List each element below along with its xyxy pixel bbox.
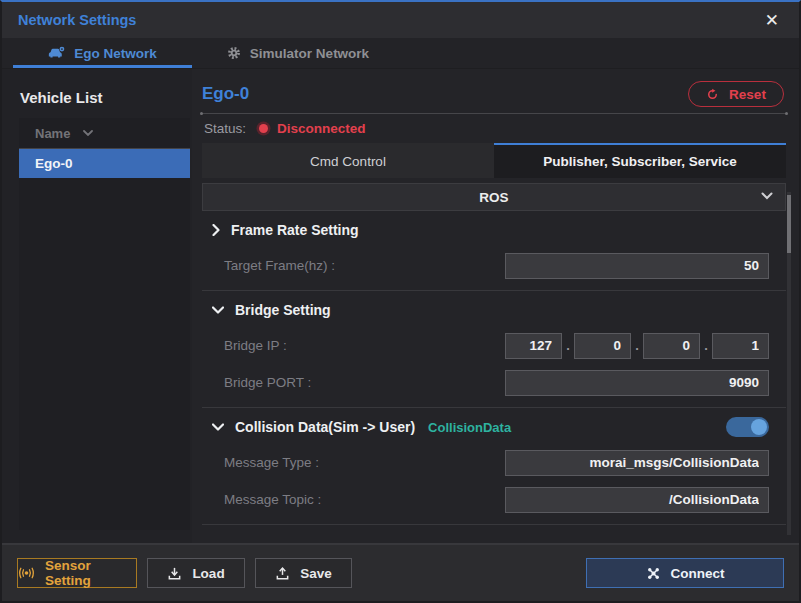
bridge-ip-octet-3[interactable] <box>643 333 700 359</box>
tab-publisher-subscriber-service[interactable]: Publisher, Subscriber, Service <box>494 143 786 178</box>
selected-vehicle-title: Ego-0 <box>202 84 249 104</box>
vertical-scrollbar[interactable] <box>787 192 791 535</box>
connect-button-label: Connect <box>671 566 725 581</box>
status-label: Status: <box>204 121 246 136</box>
message-topic-label: Message Topic : <box>224 492 321 507</box>
target-frame-label: Target Frame(hz) : <box>224 258 335 273</box>
bridge-ip-octet-1[interactable] <box>505 333 562 359</box>
load-button[interactable]: Load <box>147 558 245 588</box>
panel-header: Ego-0 Reset <box>202 69 786 113</box>
section-title: Frame Rate Setting <box>231 222 359 238</box>
tab-pss-label: Publisher, Subscriber, Service <box>543 154 737 169</box>
bridge-port-row: Bridge PORT : <box>202 364 786 401</box>
bridge-port-input[interactable] <box>505 370 769 396</box>
message-type-input[interactable] <box>505 450 769 476</box>
bridge-ip-octet-2[interactable] <box>574 333 631 359</box>
section-frame-rate-setting[interactable]: Frame Rate Setting <box>202 213 786 247</box>
section-bridge-setting[interactable]: Bridge Setting <box>202 293 786 327</box>
sensor-setting-button[interactable]: Sensor Setting <box>17 558 137 588</box>
ip-separator: . <box>631 338 643 353</box>
network-settings-dialog: Network Settings ✕ Ego Network <box>0 0 801 603</box>
dialog-title: Network Settings <box>18 12 136 28</box>
chevron-down-icon <box>212 306 224 314</box>
status-dot-icon <box>259 124 268 133</box>
control-tab-bar: Cmd Control Publisher, Subscriber, Servi… <box>202 143 786 178</box>
tab-cmd-control-label: Cmd Control <box>310 154 386 169</box>
bridge-ip-inputs: . . . <box>505 333 769 359</box>
section-title: Collision Data(Sim -> User) <box>235 419 415 435</box>
load-button-label: Load <box>192 566 224 581</box>
section-collision-data[interactable]: Collision Data(Sim -> User) CollisionDat… <box>202 410 786 444</box>
vehicle-list-title: Vehicle List <box>20 89 192 106</box>
bridge-ip-row: Bridge IP : . . . <box>202 327 786 364</box>
gear-icon <box>227 46 241 60</box>
section-divider <box>202 407 786 408</box>
protocol-select[interactable]: ROS <box>202 183 786 211</box>
vehicle-label: Ego-0 <box>35 156 73 171</box>
tab-cmd-control[interactable]: Cmd Control <box>202 143 494 178</box>
message-type-row: Message Type : <box>202 444 786 481</box>
collision-data-toggle[interactable] <box>726 417 769 437</box>
scrollbar-thumb[interactable] <box>787 195 791 253</box>
sensor-setting-label: Sensor Setting <box>45 558 136 588</box>
bridge-ip-octet-4[interactable] <box>712 333 769 359</box>
vehicle-list-item-ego-0[interactable]: Ego-0 <box>19 149 190 178</box>
toggle-knob <box>751 419 767 435</box>
close-icon[interactable]: ✕ <box>761 10 783 31</box>
title-bar: Network Settings ✕ <box>2 2 799 38</box>
bridge-ip-label: Bridge IP : <box>224 338 287 353</box>
settings-panel: Ego-0 Reset Status: Disconnected <box>202 69 786 543</box>
network-tab-bar: Ego Network Simulator Network <box>2 38 799 69</box>
tab-simulator-network[interactable]: Simulator Network <box>192 38 404 68</box>
vehicle-list: Name Ego-0 <box>19 118 190 530</box>
settings-scroll-area: ROS Frame Rate Setting Target Frame(hz) … <box>202 178 786 531</box>
collision-data-tag: CollisionData <box>428 420 511 435</box>
dialog-body: Vehicle List Name Ego-0 Ego-0 <box>2 69 799 543</box>
section-divider <box>202 524 786 525</box>
chevron-down-icon <box>212 423 224 431</box>
bridge-port-label: Bridge PORT : <box>224 375 311 390</box>
target-frame-row: Target Frame(hz) : <box>202 247 786 284</box>
vehicle-list-name-header[interactable]: Name <box>19 118 190 149</box>
target-frame-input[interactable] <box>505 253 769 279</box>
chevron-down-icon <box>83 130 93 136</box>
status-value: Disconnected <box>277 121 366 136</box>
car-icon <box>48 46 65 60</box>
status-row: Status: Disconnected <box>202 114 786 143</box>
save-button[interactable]: Save <box>255 558 352 588</box>
section-divider <box>202 290 786 291</box>
download-icon <box>167 566 182 581</box>
network-nodes-icon <box>646 566 661 581</box>
reset-button-label: Reset <box>729 87 766 102</box>
message-topic-input[interactable] <box>505 487 769 513</box>
refresh-icon <box>706 88 719 101</box>
broadcast-icon <box>18 567 35 579</box>
reset-button[interactable]: Reset <box>688 81 784 107</box>
protocol-select-value: ROS <box>479 190 508 205</box>
chevron-right-icon <box>212 224 220 236</box>
header-divider <box>202 113 786 114</box>
connect-button[interactable]: Connect <box>586 558 784 588</box>
upload-icon <box>275 566 290 581</box>
name-header-label: Name <box>35 126 70 141</box>
ip-separator: . <box>700 338 712 353</box>
save-button-label: Save <box>300 566 332 581</box>
section-title: Bridge Setting <box>235 302 331 318</box>
message-topic-row: Message Topic : <box>202 481 786 518</box>
chevron-down-icon <box>761 192 773 200</box>
tab-simulator-network-label: Simulator Network <box>250 46 369 61</box>
vehicle-list-panel: Vehicle List Name Ego-0 <box>2 69 192 543</box>
tab-ego-network-label: Ego Network <box>74 46 157 61</box>
tab-ego-network[interactable]: Ego Network <box>13 38 192 68</box>
footer-bar: Sensor Setting Load Save <box>2 543 799 601</box>
ip-separator: . <box>562 338 574 353</box>
message-type-label: Message Type : <box>224 455 319 470</box>
